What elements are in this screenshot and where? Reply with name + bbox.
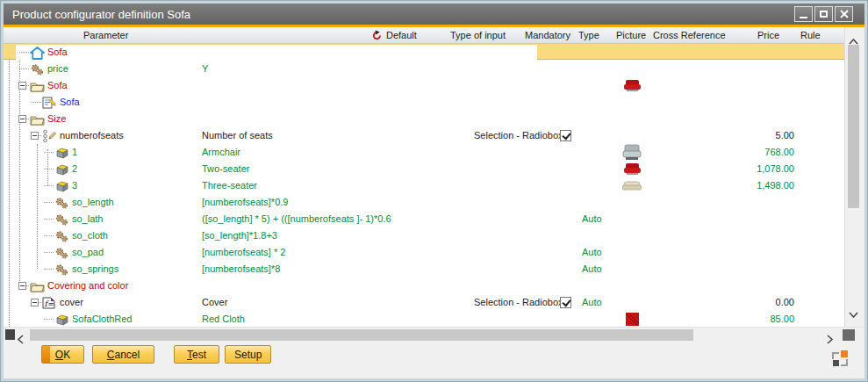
parameter-tree-grid: SofapriceYSofaSofaSizenumberofseatsNumbe… [4,44,844,327]
picture-thumbnail-sofa-red [616,161,648,177]
tree-connector [32,102,41,103]
dialog-window: Product configurator definition Sofa Par… [0,0,868,382]
column-header-mandatory: Mandatory [525,27,570,44]
table-row[interactable]: Covering and color [4,277,844,294]
gears-icon [54,263,68,277]
table-row[interactable]: so_pad[numberofseats] * 2Auto [4,244,844,261]
dialog-content: Product configurator definition Sofa Par… [4,4,864,378]
collapse-toggle[interactable] [31,132,39,140]
mandatory-checkbox[interactable] [560,130,571,141]
price-value: 85.00 [669,311,794,327]
parameter-description: Red Cloth [202,311,245,327]
scrollbar-corner [843,329,855,341]
home-icon [30,46,45,60]
table-row[interactable]: 3Three-seater1,498.00 [4,177,844,194]
maximize-button[interactable] [814,6,833,22]
inline-edit-cell[interactable] [16,45,537,60]
table-row[interactable]: 2Two-seater1,078.00 [4,161,844,177]
picture-thumbnail-sofa-red [616,77,648,94]
table-row[interactable]: Sofa [4,44,844,60]
close-button[interactable] [835,6,853,22]
table-row[interactable]: priceY [4,61,844,77]
collapse-toggle[interactable] [18,115,26,123]
column-header-type: Type [578,27,599,44]
cancel-button[interactable]: Cancel [92,345,154,364]
ok-button[interactable]: OK [41,345,84,364]
table-row[interactable]: SofaClothRedRed Cloth85.00 [4,311,844,327]
parameter-description: [so_length]*1.8+3 [202,227,277,244]
tree-connector [19,68,29,69]
gears-icon [54,213,68,227]
resize-grip-icon[interactable] [832,350,849,367]
table-row[interactable]: f=coverCoverSelection - RadioboxAuto0.00 [4,294,844,311]
parameter-description: [numberofseats]*8 [202,261,280,277]
parameter-name: cover [60,294,83,311]
collapse-toggle[interactable] [18,82,26,90]
box-icon [54,179,69,193]
parameter-name: Sofa [47,77,68,94]
horizontal-scrollbar-thumb[interactable] [30,329,693,341]
scrollbar-splitter[interactable] [5,329,15,340]
type-value: Auto [582,211,602,227]
column-header-picture: Picture [616,27,646,44]
minimize-button[interactable] [794,6,813,22]
horizontal-scrollbar[interactable] [4,327,864,342]
type-value: Auto [582,244,602,261]
table-row[interactable]: Sofa [4,77,844,94]
test-button[interactable]: Test [174,345,219,364]
edit-doc-icon [42,96,57,110]
table-row[interactable]: so_lath([so_length] * 5) + (([numberofse… [4,211,844,227]
tree-connector [44,252,54,253]
parameter-name: 3 [72,177,77,194]
vertical-scrollbar-thumb[interactable] [848,45,859,208]
table-row[interactable]: Size [4,111,844,127]
parameter-name: 1 [72,144,77,161]
table-row[interactable]: so_cloth[so_length]*1.8+3 [4,227,844,244]
table-row[interactable]: numberofseatsNumber of seatsSelection - … [4,127,844,144]
table-row[interactable]: so_springs[numberofseats]*8Auto [4,261,844,277]
tree-connector [44,235,54,236]
table-row[interactable]: so_length[numberofseats]*0.9 [4,194,844,211]
price-value: 1,498.00 [669,177,794,194]
title-bar[interactable]: Product configurator definition Sofa [4,4,864,25]
scroll-down-icon[interactable] [849,306,858,321]
button-label: OK [55,349,70,361]
tree-connector [44,152,54,153]
parameter-name: so_lath [72,211,103,227]
tree-connector [44,185,54,186]
type-of-input-value: Selection - Radiobox [474,294,563,311]
parameter-name: Sofa [47,44,68,61]
grip-bracket [832,352,839,359]
type-value: Auto [582,261,602,277]
box-icon [54,162,69,177]
collapse-toggle[interactable] [31,299,39,306]
table-row[interactable]: 1Armchair768.00 [4,144,844,161]
parameter-description: ([so_length] * 5) + (([numberofseats ]- … [202,211,391,227]
picture-thumbnail-sofa-beige [616,177,648,194]
mandatory-checkbox[interactable] [560,297,571,308]
collapse-toggle[interactable] [18,282,26,290]
gears-icon [54,229,68,243]
parameter-name: so_length [72,194,114,211]
folder-icon [30,279,45,293]
box-icon [54,313,69,327]
table-row[interactable]: Sofa [4,94,844,111]
parameter-description: [numberofseats] * 2 [202,244,285,261]
gears-icon [54,196,68,210]
folder-icon [30,79,45,93]
tree-connector [19,52,29,53]
minimize-icon [800,17,807,18]
setup-button[interactable]: Setup [225,345,271,364]
vertical-scrollbar[interactable] [844,27,861,327]
box-icon [54,146,69,160]
close-icon [840,10,849,18]
tree-connector [44,169,54,169]
price-value: 1,078.00 [669,161,794,177]
picture-thumbnail-cloth-red [616,311,648,327]
parameter-name: SofaClothRed [72,311,133,327]
column-header-price: Price [671,27,779,44]
column-header-default: Default [386,27,417,44]
parameter-name: so_pad [72,244,104,261]
column-header-type-of-input: Type of input [450,27,506,44]
parameter-name: so_cloth [72,227,108,244]
